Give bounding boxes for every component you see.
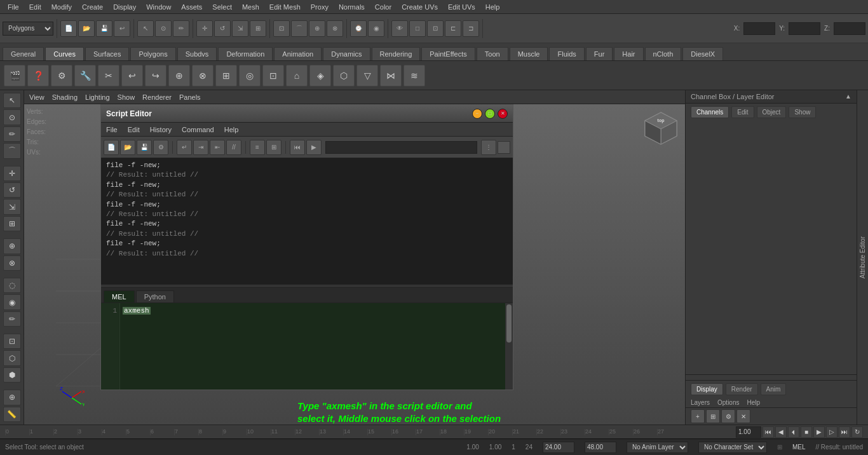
se-play-btn[interactable]: ▶ (306, 140, 322, 155)
menu-assets[interactable]: Assets (176, 2, 207, 12)
se-input-content[interactable]: 1 axmesh (101, 303, 513, 390)
viewport-bg[interactable]: Verts: Edges: Faces: Tris: UVs: (24, 104, 685, 424)
options-menu[interactable]: Options (717, 399, 739, 406)
shelf-tab-curves[interactable]: Curves (45, 47, 84, 60)
se-list-btn[interactable]: ≡ (250, 140, 265, 155)
create-poly-btn[interactable]: ⬡ (3, 350, 21, 365)
group-btn[interactable]: □ (409, 20, 426, 37)
menu-help[interactable]: Help (480, 2, 505, 12)
shelf-icon-6[interactable]: ↩ (121, 65, 143, 86)
sculpt-btn[interactable]: ⊗ (3, 255, 21, 271)
goto-end-btn[interactable]: ⏭ (839, 426, 850, 438)
soft-mod-btn[interactable]: ⊕ (3, 238, 21, 254)
se-more-btn[interactable]: ⋮ (481, 140, 496, 155)
shelf-icon-18[interactable]: ≋ (403, 65, 425, 86)
snap-curve-btn[interactable]: ⌒ (291, 20, 308, 37)
shelf-tab-fur[interactable]: Fur (586, 47, 613, 60)
select-object-btn[interactable]: ↖ (3, 93, 21, 108)
parent-btn[interactable]: ⊏ (445, 20, 461, 37)
char-set-select[interactable]: No Character Set (698, 442, 767, 453)
show-hide-btn[interactable]: 👁 (391, 20, 408, 37)
shelf-tab-rendering[interactable]: Rendering (372, 47, 421, 60)
shelf-icon-10[interactable]: ⊞ (215, 65, 237, 86)
se-maximize-btn[interactable]: □ (485, 109, 495, 119)
shelf-icon-3[interactable]: ⚙ (51, 65, 72, 86)
cube-widget[interactable]: top (642, 109, 680, 147)
scale-btn[interactable]: ⇲ (232, 20, 248, 37)
new-scene-btn[interactable]: 📄 (60, 20, 77, 37)
se-command-field[interactable] (325, 141, 477, 154)
layers-menu[interactable]: Layers (691, 399, 710, 406)
se-wrap-btn[interactable]: ↵ (177, 140, 192, 155)
ungroup-btn[interactable]: ⊡ (427, 20, 444, 37)
layer-del-btn[interactable]: ✕ (736, 409, 750, 423)
edit-tab[interactable]: Edit (731, 106, 754, 118)
se-color-swatch[interactable] (498, 141, 510, 154)
se-close-btn[interactable]: ✕ (498, 109, 508, 119)
play-fwd-btn[interactable]: ▶ (813, 426, 825, 438)
anim-layer-select[interactable]: No Anim Layer (627, 442, 688, 453)
menu-edit[interactable]: Edit (24, 2, 46, 12)
layer-opts-btn[interactable]: ⚙ (721, 409, 735, 423)
se-menu-edit[interactable]: Edit (128, 126, 140, 133)
se-settings-btn[interactable]: ⚙ (153, 140, 168, 155)
time2-field[interactable] (585, 442, 616, 453)
menu-edit-uvs[interactable]: Edit UVs (443, 2, 480, 12)
snap-grid-btn[interactable]: ⊡ (273, 20, 290, 37)
shelf-tab-animation[interactable]: Animation (274, 47, 322, 60)
se-new-btn[interactable]: 📄 (104, 140, 119, 155)
menu-proxy[interactable]: Proxy (306, 2, 334, 12)
se-scrollbar[interactable] (505, 303, 513, 390)
menu-modify[interactable]: Modify (46, 2, 77, 12)
panels-menu[interactable]: Panels (179, 93, 201, 101)
shelf-icon-11[interactable]: ◎ (239, 65, 261, 86)
z-field[interactable] (834, 22, 865, 35)
shelf-tab-general[interactable]: General (3, 47, 44, 60)
layer-group-btn[interactable]: ⊞ (706, 409, 720, 423)
shading-menu[interactable]: Shading (52, 93, 78, 101)
rotate-tool-btn[interactable]: ↺ (3, 182, 21, 198)
attribute-editor-tab[interactable]: Attribute Editor (858, 234, 867, 281)
shelf-tab-subdivs[interactable]: Subdvs (177, 47, 217, 60)
shelf-icon-7[interactable]: ↪ (145, 65, 166, 86)
menu-file[interactable]: File (3, 2, 24, 12)
shelf-tab-deformation[interactable]: Deformation (218, 47, 273, 60)
lasso-btn[interactable]: ⊙ (155, 20, 172, 37)
renderer-menu[interactable]: Renderer (142, 93, 172, 101)
menu-mesh[interactable]: Mesh (237, 2, 264, 12)
menu-display[interactable]: Display (108, 2, 141, 12)
lighting-menu[interactable]: Lighting (85, 93, 110, 101)
append-poly-btn[interactable]: ⬢ (3, 367, 21, 383)
unparent-btn[interactable]: ⊐ (463, 20, 479, 37)
se-outdent-btn[interactable]: ⇤ (210, 140, 225, 155)
render-btn[interactable]: ◉ (368, 20, 384, 37)
shelf-icon-12[interactable]: ⊡ (262, 65, 284, 86)
show-manip-btn[interactable]: ⊡ (3, 334, 21, 349)
shelf-icon-17[interactable]: ⋈ (380, 65, 402, 86)
shelf-tab-ncloth[interactable]: nCloth (645, 47, 682, 60)
history-btn[interactable]: ⌚ (350, 20, 367, 37)
view-menu[interactable]: View (29, 93, 44, 101)
save-btn[interactable]: 💾 (96, 20, 112, 37)
shelf-tab-dynamics[interactable]: Dynamics (323, 47, 370, 60)
open-btn[interactable]: 📂 (78, 20, 95, 37)
se-back-btn[interactable]: ⏮ (290, 140, 305, 155)
se-menu-history[interactable]: History (150, 126, 172, 133)
play-back-btn[interactable]: ⏴ (788, 426, 799, 438)
paint-btn[interactable]: ✏ (173, 20, 189, 37)
snap-view-btn[interactable]: ⊗ (327, 20, 343, 37)
next-frame-btn[interactable]: ▷ (826, 426, 837, 438)
universal-tool-btn[interactable]: ⊞ (3, 216, 21, 231)
paint-select-btn[interactable]: ✏ (3, 126, 21, 142)
se-scrollbar-thumb[interactable] (506, 304, 512, 343)
help-menu[interactable]: Help (747, 399, 760, 406)
se-tab-python[interactable]: Python (136, 290, 174, 302)
x-field[interactable] (743, 22, 775, 35)
shelf-icon-5[interactable]: ✂ (98, 65, 119, 86)
goto-start-btn[interactable]: ⏮ (763, 426, 774, 438)
menu-create[interactable]: Create (77, 2, 108, 12)
select-component-btn[interactable]: ⊙ (3, 109, 21, 125)
menu-edit-mesh[interactable]: Edit Mesh (264, 2, 306, 12)
shelf-tab-dieselx[interactable]: DieselX (682, 47, 723, 60)
menu-select[interactable]: Select (207, 2, 237, 12)
